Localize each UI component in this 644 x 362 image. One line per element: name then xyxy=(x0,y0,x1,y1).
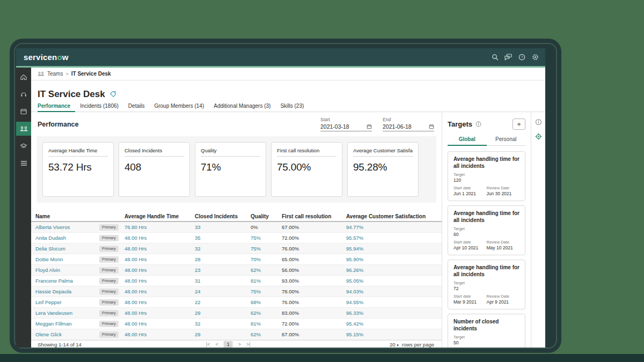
closed-incidents-value[interactable]: 29 xyxy=(195,310,251,316)
page-size-select[interactable]: 20 ▾ xyxy=(390,342,399,348)
info-circle-icon[interactable] xyxy=(535,119,542,125)
calendar-icon[interactable] xyxy=(367,124,372,129)
target-card[interactable]: Average handling time for all incidentsT… xyxy=(448,260,525,309)
targets-tab-personal[interactable]: Personal xyxy=(487,134,526,145)
prev-page-button[interactable]: < xyxy=(215,342,218,347)
col-header-quality[interactable]: Quality xyxy=(251,213,282,219)
name-link[interactable]: Delia Slocum xyxy=(35,246,99,252)
tab-skills-23[interactable]: Skills (23) xyxy=(275,100,309,112)
last-page-button[interactable]: >| xyxy=(246,342,251,347)
aht-value[interactable]: 48.00 Hrs xyxy=(125,331,195,337)
closed-incidents-value[interactable]: 23 xyxy=(195,267,251,273)
aht-value[interactable]: 76.80 Hrs xyxy=(125,224,195,230)
name-link[interactable]: Alberta Viveros xyxy=(35,224,99,230)
aht-value[interactable]: 48.00 Hrs xyxy=(125,267,195,273)
name-link[interactable]: Dottie Monn xyxy=(35,256,99,262)
name-link[interactable]: Lera Vandeusen xyxy=(35,310,99,316)
col-header-aht[interactable]: Average Handle Time xyxy=(125,213,195,219)
chat-icon[interactable] xyxy=(504,54,512,61)
target-card[interactable]: Average handling time for all incidentsT… xyxy=(448,205,525,255)
aht-value[interactable]: 48.00 Hrs xyxy=(125,278,195,284)
first-page-button[interactable]: |< xyxy=(206,342,210,347)
sidebar-item-list[interactable] xyxy=(16,156,31,170)
quality-value[interactable]: 70% xyxy=(251,256,282,262)
aht-value[interactable]: 48.00 Hrs xyxy=(125,256,195,262)
tag-icon[interactable] xyxy=(109,91,116,99)
quality-value[interactable]: 75% xyxy=(251,246,282,252)
aht-value[interactable]: 48.00 Hrs xyxy=(125,310,195,316)
start-date-field[interactable]: Start 2021-03-18 xyxy=(320,117,372,131)
closed-incidents-value[interactable]: 32 xyxy=(195,321,251,327)
targets-tab-global[interactable]: Global xyxy=(448,134,487,145)
breadcrumb-teams[interactable]: Teams xyxy=(47,71,63,77)
closed-incidents-value[interactable]: 29 xyxy=(195,331,251,337)
acs-value[interactable]: 94.77% xyxy=(346,224,442,230)
col-header-name[interactable]: Name xyxy=(35,213,99,219)
sidebar-item-education[interactable] xyxy=(16,139,31,153)
quality-value[interactable]: 62% xyxy=(251,331,282,337)
acs-value[interactable]: 95.05% xyxy=(346,278,442,284)
name-link[interactable]: Anita Dudash xyxy=(35,235,99,241)
quality-value[interactable]: 62% xyxy=(251,310,282,316)
name-link[interactable]: Leif Pepper xyxy=(35,299,99,305)
info-icon[interactable] xyxy=(475,121,481,127)
name-link[interactable]: Francene Palma xyxy=(35,278,99,284)
next-page-button[interactable]: > xyxy=(238,342,241,347)
acs-value[interactable]: 96.33% xyxy=(346,310,442,316)
add-target-button[interactable]: + xyxy=(513,119,525,130)
closed-incidents-value[interactable]: 28 xyxy=(195,256,251,262)
tab-incidents-1806[interactable]: Incidents (1806) xyxy=(75,100,123,112)
col-header-acs[interactable]: Average Customer Satisfaction xyxy=(346,213,442,219)
aht-value[interactable]: 48.00 Hrs xyxy=(125,246,195,252)
search-icon[interactable] xyxy=(491,54,499,61)
target-card[interactable]: Average handling time for all incidentsT… xyxy=(448,151,525,201)
closed-incidents-value[interactable]: 22 xyxy=(195,299,251,305)
end-date-value[interactable]: 2021-06-18 xyxy=(383,123,412,130)
tab-group-members-14[interactable]: Group Members (14) xyxy=(149,100,209,112)
sidebar-item-home[interactable] xyxy=(16,70,31,84)
sidebar-item-calendar[interactable] xyxy=(16,105,31,119)
closed-incidents-value[interactable]: 35 xyxy=(195,235,251,241)
col-header-fcr[interactable]: First call resolution xyxy=(282,213,346,219)
tab-performance[interactable]: Performance xyxy=(38,100,75,112)
closed-incidents-value[interactable]: 24 xyxy=(195,289,251,294)
quality-value[interactable]: 81% xyxy=(251,321,282,327)
name-link[interactable]: Floyd Alvin xyxy=(35,267,99,273)
aht-value[interactable]: 48.00 Hrs xyxy=(125,235,195,241)
closed-incidents-value[interactable]: 33 xyxy=(195,224,251,230)
calendar-icon[interactable] xyxy=(429,124,434,129)
quality-value[interactable]: 81% xyxy=(251,278,282,284)
aht-value[interactable]: 48.00 Hrs xyxy=(125,299,195,305)
acs-value[interactable]: 94.55% xyxy=(346,299,442,305)
acs-value[interactable]: 95.15% xyxy=(346,331,442,337)
aht-value[interactable]: 48.00 Hrs xyxy=(125,321,195,327)
quality-value[interactable]: 62% xyxy=(251,267,282,273)
quality-value[interactable]: 75% xyxy=(251,235,282,241)
acs-value[interactable]: 95.42% xyxy=(346,321,442,327)
name-link[interactable]: Hassie Depaola xyxy=(35,289,99,294)
target-crosshair-icon[interactable] xyxy=(535,133,542,140)
tab-additional-managers-3[interactable]: Additional Managers (3) xyxy=(209,100,275,112)
end-date-field[interactable]: End 2021-06-18 xyxy=(383,117,434,131)
closed-incidents-value[interactable]: 31 xyxy=(195,278,251,284)
name-link[interactable]: Meggan Fillman xyxy=(35,321,99,327)
target-card[interactable]: Number of closed incidentsTarget50Start … xyxy=(448,314,525,348)
gear-icon[interactable] xyxy=(531,54,539,61)
acs-value[interactable]: 95.90% xyxy=(346,256,442,262)
current-page[interactable]: 1 xyxy=(224,341,233,348)
quality-value[interactable]: 68% xyxy=(251,299,282,305)
sidebar-item-agent[interactable] xyxy=(16,87,31,101)
acs-value[interactable]: 95.57% xyxy=(346,235,442,241)
acs-value[interactable]: 94.03% xyxy=(346,289,442,294)
quality-value[interactable]: 75% xyxy=(251,289,282,294)
start-date-value[interactable]: 2021-03-18 xyxy=(320,123,349,130)
closed-incidents-value[interactable]: 32 xyxy=(195,246,251,252)
name-link[interactable]: Olene Glick xyxy=(35,331,99,337)
aht-value[interactable]: 48.00 Hrs xyxy=(125,289,195,294)
col-header-closed[interactable]: Closed Incidents xyxy=(195,213,251,219)
acs-value[interactable]: 95.94% xyxy=(346,246,442,252)
acs-value[interactable]: 96.26% xyxy=(346,267,442,273)
help-icon[interactable]: ? xyxy=(518,54,525,61)
tab-details[interactable]: Details xyxy=(123,100,150,112)
sidebar-item-teams[interactable] xyxy=(16,122,31,136)
